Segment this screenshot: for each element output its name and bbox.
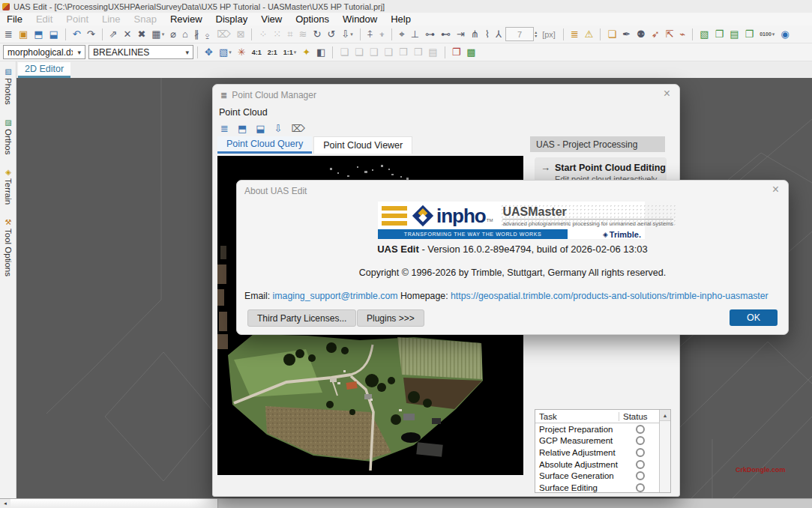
clip-tool-icon[interactable]: ⊠ [234,26,248,43]
image-view-icon[interactable]: ▧ [697,26,712,43]
snap-corner-icon[interactable]: ⇱ [663,26,677,43]
vector-arrow-icon[interactable]: ➶ [649,26,663,43]
conflict-check-icon[interactable]: ⚠ [582,26,597,43]
load-pointcloud-icon[interactable]: ⬒ [233,121,251,137]
lower-profile-icon[interactable]: ⍖ [376,26,388,43]
zoom-ratio-2-1-button[interactable]: 2:1 [265,44,280,61]
cascade-windows-icon[interactable]: ❐ [712,26,727,43]
tab-point-cloud-query[interactable]: Point Cloud Query [217,136,312,154]
notes-icon[interactable]: ❒ [411,44,426,61]
table-row[interactable]: Absolute Adjustment [535,459,659,471]
spline-snap-icon[interactable]: ⌇ [482,26,493,43]
dtm-layers-icon[interactable]: ≣ [568,26,582,43]
breakline-tool-icon[interactable]: ∦ [191,26,202,43]
stereo-icon[interactable]: ⚉ [634,26,649,43]
horizontal-scrollbar[interactable]: ◄ [0,498,812,508]
import-data-icon[interactable]: ⬒ [31,26,46,43]
intersect-snap-icon[interactable]: ⋔ [468,26,482,43]
chevron-down-icon[interactable]: ▾ [772,26,775,43]
probe-point-icon[interactable]: ⌖ [396,26,407,43]
sidebar-tab-terrain[interactable]: ◈Terrain [4,168,13,205]
binary-code-icon[interactable]: 0100▾ [757,26,778,43]
menu-view[interactable]: View [254,13,289,25]
move-vertex-icon[interactable]: ⇗ [106,26,121,43]
table-row[interactable]: Surface Generation [535,470,659,482]
chevron-down-icon[interactable]: ▾ [229,44,232,61]
delete-vertex-icon[interactable]: ✕ [121,26,135,43]
drop-pointcloud-icon[interactable]: ⇩ [270,121,287,137]
undo-icon[interactable]: ↶ [70,26,84,43]
contrast-icon[interactable]: ◧ [313,44,328,61]
menu-options[interactable]: Options [289,13,336,25]
world-globe-icon[interactable]: ◉ [778,26,792,43]
image-display-icon[interactable]: ▧▾ [216,44,235,61]
ok-button[interactable]: OK [730,309,778,326]
morph-back-icon[interactable]: ↺ [324,26,338,43]
menu-help[interactable]: Help [384,13,418,25]
table-row[interactable]: Relative Adjustment [535,447,659,459]
menu-window[interactable]: Window [336,13,384,25]
add-pointcloud-icon[interactable]: ≣ [216,121,233,137]
building-tool-icon[interactable]: ⌂ [179,26,191,43]
plugins-button[interactable]: Plugins >>> [357,309,424,327]
next-model-icon[interactable]: ❏ [352,44,367,61]
about-dialog-titlebar[interactable]: About UAS Edit [244,186,307,196]
about-close-icon[interactable]: × [772,184,779,196]
extend-snap-icon[interactable]: ⇥ [454,26,468,43]
delete-pointcloud-icon[interactable]: ⌦ [286,121,309,137]
morph-forward-icon[interactable]: ↻ [310,26,324,43]
tab-point-cloud-viewer[interactable]: Point Cloud Viewer [313,136,412,154]
pointsize-input[interactable] [505,27,534,41]
table-row[interactable]: Surface Editing [535,482,659,492]
branch-snap-icon[interactable]: ⅄ [493,26,505,43]
highlight-icon[interactable]: ✦ [299,44,313,61]
menu-review[interactable]: Review [163,13,209,25]
chevron-down-icon[interactable]: ▾ [350,26,353,43]
ortho-preview-icon[interactable]: ▩ [463,44,478,61]
pcm-dialog-titlebar[interactable]: ≣ Point Cloud Manager [220,90,316,100]
tile-windows-icon[interactable]: ❐ [742,26,757,43]
tab-2d-editor[interactable]: 2D Editor [18,62,70,78]
spinner-arrows-icon[interactable]: ▴ ▾ [535,31,537,38]
memory-icon[interactable]: ▤ [425,44,440,61]
new-viewport-icon[interactable]: ❏ [604,26,619,43]
thin-points-icon[interactable]: ⁙ [270,26,284,43]
annotation-icon[interactable]: ❒ [396,44,411,61]
menu-line[interactable]: Line [95,13,127,25]
chevron-down-icon[interactable]: ▾ [294,44,297,61]
email-link[interactable]: imaging_support@trimble.com [273,291,398,301]
digitize-icon[interactable]: ✒ [619,26,634,43]
sidebar-tab-tool-options[interactable]: ⚒Tool Options [4,218,13,276]
prev-model-icon[interactable]: ❏ [337,44,352,61]
histogram-icon[interactable]: ▤ [727,26,742,43]
smooth-points-icon[interactable]: ≋ [296,26,310,43]
export-data-icon[interactable]: ⬓ [46,26,61,43]
zoom-ratio-1-1-button[interactable]: 1:1▾ [280,44,300,61]
menu-edit[interactable]: Edit [29,13,59,25]
table-row[interactable]: Project Preparation [535,423,659,435]
raise-profile-icon[interactable]: ⍏ [364,26,376,43]
project-database-icon[interactable]: ≣ [1,26,16,43]
scroll-up-icon[interactable]: ▲ [660,410,670,421]
overlap-display-icon[interactable]: ❐ [449,44,464,61]
circle-tool-icon[interactable]: ⌀ [167,26,179,43]
perpendicular-snap-icon[interactable]: ⊥ [408,26,422,43]
third-party-licenses-button[interactable]: Third Party Licenses... [247,309,356,327]
hatch-tool-icon[interactable]: ⍚ [202,26,214,43]
menu-file[interactable]: File [0,13,29,25]
menu-display[interactable]: Display [209,13,255,25]
zoom-ratio-4-1-button[interactable]: 4:1 [249,44,265,61]
pan-tool-icon[interactable]: ✥ [202,44,216,61]
dxf-file-dropdown[interactable]: morphological.dxf ▾ [3,45,85,59]
copy-next-icon[interactable]: ❑ [381,44,396,61]
grid-tool-icon[interactable]: ▦▾ [148,26,167,43]
menu-snap[interactable]: Snap [127,13,163,25]
copy-prev-icon[interactable]: ❑ [367,44,382,61]
densify-points-icon[interactable]: ⁘ [256,26,270,43]
scrollbar-thumb[interactable] [10,499,218,508]
profile-wave-icon[interactable]: ⌁ [676,26,688,43]
segment-snap-icon[interactable]: ⊶ [422,26,438,43]
task-table-scrollbar[interactable]: ▲ [659,410,670,492]
raster-points-icon[interactable]: ⌗ [284,26,295,43]
homepage-link[interactable]: https://geospatial.trimble.com/products-… [451,291,769,301]
